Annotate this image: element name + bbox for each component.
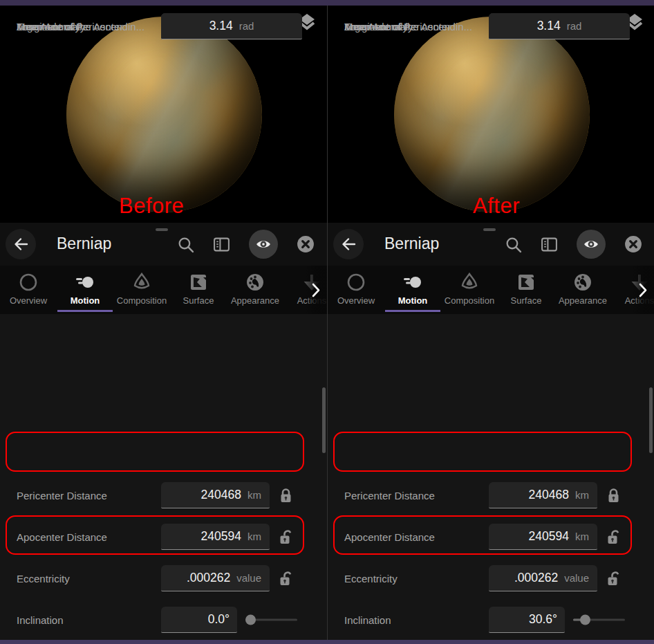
app-window: Before Berniap Overview Motion Compositi…	[0, 0, 654, 644]
drag-handle[interactable]	[156, 228, 168, 231]
inclination-highlight	[6, 432, 304, 472]
tab-motion[interactable]: Motion	[384, 266, 441, 314]
close-button[interactable]	[624, 235, 642, 253]
search-icon	[177, 236, 194, 253]
properties-panel-button[interactable]	[213, 236, 230, 253]
top-accent-bar	[0, 0, 654, 6]
composition-icon	[131, 272, 152, 293]
overview-icon	[18, 272, 39, 293]
pericenter-distance-input[interactable]: 240468km	[489, 482, 597, 508]
back-arrow-icon	[12, 236, 29, 252]
tab-bar: Overview Motion Composition Surface Appe…	[0, 266, 327, 314]
motion-icon	[402, 272, 423, 293]
tab-overview[interactable]: Overview	[328, 266, 384, 314]
body-title: Berniap	[57, 234, 111, 253]
search-icon	[505, 236, 522, 253]
tab-composition[interactable]: Composition	[441, 266, 498, 314]
bottom-accent-bar	[0, 640, 654, 644]
panel-list-icon	[541, 236, 558, 253]
scrollbar[interactable]	[649, 387, 653, 453]
surface-icon	[188, 272, 209, 293]
surface-icon	[516, 272, 536, 293]
visibility-button[interactable]	[577, 230, 606, 259]
lock-open-icon[interactable]	[606, 570, 621, 587]
tab-surface[interactable]: Surface	[170, 266, 227, 314]
header-actions	[505, 223, 642, 266]
tab-surface[interactable]: Surface	[498, 266, 554, 314]
body-title: Berniap	[384, 234, 439, 253]
row-pericenter-distance: Pericenter Distance 240468km	[0, 475, 327, 516]
lock-open-icon[interactable]	[278, 570, 293, 587]
panel-before: Before Berniap Overview Motion Compositi…	[0, 6, 327, 640]
tab-appearance[interactable]: Appearance	[227, 266, 283, 314]
row-mean-anomaly: Mean Anomaly 3.14rad	[328, 6, 654, 47]
close-button[interactable]	[297, 235, 315, 253]
pericenter-distance-input[interactable]: 240468km	[161, 482, 270, 508]
search-button[interactable]	[177, 236, 194, 253]
row-inclination: Inclination 30.6°	[328, 599, 654, 640]
eye-icon	[255, 237, 272, 252]
slider-thumb[interactable]	[580, 615, 590, 625]
motion-icon	[75, 272, 95, 293]
tab-bar: Overview Motion Composition Surface Appe…	[328, 266, 654, 314]
panel-list-icon	[213, 236, 230, 253]
appearance-icon	[245, 272, 265, 293]
inclination-slider[interactable]	[573, 615, 625, 625]
inclination-input[interactable]: 30.6°	[489, 607, 565, 633]
drag-handle[interactable]	[483, 228, 496, 231]
row-eccentricity: Eccentricity .000262value	[328, 558, 654, 599]
appearance-icon	[572, 272, 593, 293]
header-bar: Berniap	[328, 223, 654, 266]
inclination-slider[interactable]	[245, 615, 297, 625]
eccentricity-input[interactable]: .000262value	[161, 565, 270, 591]
header-actions	[177, 223, 315, 266]
row-pericenter-distance: Pericenter Distance 240468km	[328, 475, 654, 516]
composition-icon	[459, 272, 480, 293]
after-annotation: After	[473, 194, 520, 219]
lock-closed-icon[interactable]	[606, 487, 621, 504]
mean-anomaly-input[interactable]: 3.14rad	[161, 13, 302, 39]
chevron-right-icon	[311, 282, 321, 298]
scrollbar[interactable]	[322, 387, 326, 453]
tabs-overflow-button[interactable]	[632, 266, 654, 314]
tab-overview[interactable]: Overview	[0, 266, 57, 314]
tab-composition[interactable]: Composition	[113, 266, 170, 314]
longitude-highlight	[6, 515, 304, 555]
before-annotation: Before	[119, 194, 184, 219]
mean-anomaly-input[interactable]: 3.14rad	[489, 13, 630, 39]
row-mean-anomaly: Mean Anomaly 3.14rad	[0, 6, 327, 47]
back-button[interactable]	[333, 229, 364, 259]
visibility-button[interactable]	[249, 230, 278, 259]
back-arrow-icon	[340, 236, 357, 252]
tabs-overflow-button[interactable]	[305, 266, 327, 314]
longitude-highlight	[333, 515, 632, 555]
overview-icon	[346, 272, 366, 293]
inclination-input[interactable]: 0.0°	[161, 607, 237, 633]
tab-motion[interactable]: Motion	[57, 266, 113, 314]
search-button[interactable]	[505, 236, 522, 253]
close-icon	[624, 235, 642, 253]
chevron-right-icon	[638, 282, 648, 298]
close-icon	[297, 235, 315, 253]
back-button[interactable]	[6, 229, 36, 259]
eccentricity-input[interactable]: .000262value	[489, 565, 597, 591]
row-inclination: Inclination 0.0°	[0, 599, 327, 640]
header-bar: Berniap	[0, 223, 327, 266]
inclination-highlight	[333, 432, 632, 472]
properties-panel-button[interactable]	[541, 236, 558, 253]
lock-closed-icon[interactable]	[278, 487, 293, 504]
slider-thumb[interactable]	[245, 615, 256, 625]
row-eccentricity: Eccentricity .000262value	[0, 558, 327, 599]
eye-icon	[583, 237, 599, 252]
tab-appearance[interactable]: Appearance	[554, 266, 611, 314]
panel-after: After Berniap Overview Motion Compositio…	[327, 6, 654, 640]
